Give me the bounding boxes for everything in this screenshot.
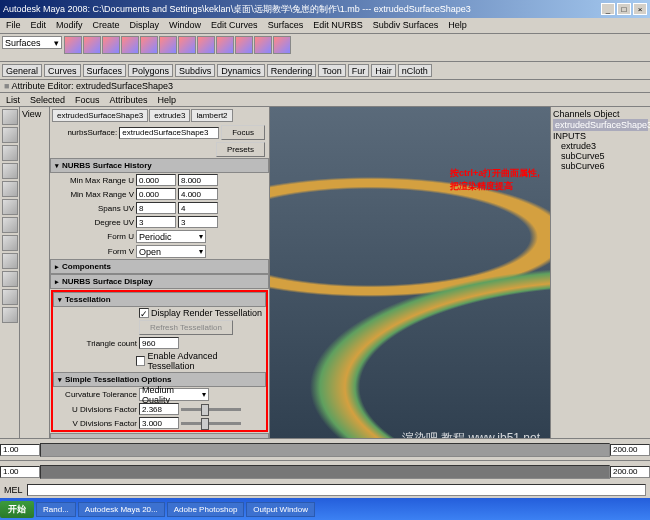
close-button[interactable]: × [633, 3, 647, 15]
status-icon[interactable] [159, 36, 177, 54]
range-end-field[interactable] [610, 466, 650, 478]
menu-edit[interactable]: Edit [31, 20, 47, 31]
menu-editcurves[interactable]: Edit Curves [211, 20, 258, 31]
vdiv-slider[interactable] [181, 422, 241, 425]
attr-menu-attributes[interactable]: Attributes [110, 95, 148, 104]
status-icon[interactable] [102, 36, 120, 54]
menu-create[interactable]: Create [93, 20, 120, 31]
taskbar-item[interactable]: Rand... [36, 502, 76, 517]
menu-editnurbs[interactable]: Edit NURBS [313, 20, 363, 31]
move-tool-icon[interactable] [2, 145, 18, 161]
status-icon[interactable] [140, 36, 158, 54]
enable-adv-checkbox[interactable] [136, 356, 146, 366]
attr-menu-list[interactable]: List [6, 95, 20, 104]
menu-file[interactable]: File [6, 20, 21, 31]
range-ruler[interactable] [40, 465, 610, 479]
spans-v-field[interactable] [178, 202, 218, 214]
manip-tool-icon[interactable] [2, 199, 18, 215]
channel-input-item[interactable]: subCurve6 [553, 161, 648, 171]
range-start-field[interactable] [0, 466, 40, 478]
nurbs-surface-field[interactable] [119, 127, 219, 139]
shelf-tab[interactable]: Surfaces [83, 64, 127, 77]
status-icon[interactable] [121, 36, 139, 54]
shelf-tab[interactable]: Toon [318, 64, 346, 77]
menu-surfaces[interactable]: Surfaces [268, 20, 304, 31]
menu-help[interactable]: Help [448, 20, 467, 31]
degree-v-field[interactable] [178, 216, 218, 228]
menu-display[interactable]: Display [130, 20, 160, 31]
tab-shape[interactable]: extrudedSurfaceShape3 [52, 109, 148, 122]
shelf-tab[interactable]: Rendering [267, 64, 317, 77]
max-v-field[interactable] [178, 188, 218, 200]
presets-button[interactable]: Presets [216, 142, 265, 157]
section-display[interactable]: NURBS Surface Display [50, 274, 269, 289]
status-icon[interactable] [273, 36, 291, 54]
rotate-tool-icon[interactable] [2, 163, 18, 179]
shelf-tab[interactable]: Fur [348, 64, 370, 77]
lasso-tool-icon[interactable] [2, 127, 18, 143]
tab-lambert[interactable]: lambert2 [191, 109, 232, 122]
curvtol-dropdown[interactable]: Medium Quality▾ [139, 388, 209, 401]
min-u-field[interactable] [136, 174, 176, 186]
status-icon[interactable] [178, 36, 196, 54]
display-tess-checkbox[interactable]: ✓ [139, 308, 149, 318]
formu-dropdown[interactable]: Periodic▾ [136, 230, 206, 243]
shelf-tab[interactable]: Hair [371, 64, 396, 77]
mel-input[interactable] [27, 484, 646, 496]
status-icon[interactable] [83, 36, 101, 54]
layout-icon[interactable] [2, 307, 18, 323]
channel-shape[interactable]: extrudedSurfaceShape3 [553, 119, 648, 131]
channel-input-item[interactable]: extrude3 [553, 141, 648, 151]
status-icon[interactable] [64, 36, 82, 54]
scale-tool-icon[interactable] [2, 181, 18, 197]
spans-u-field[interactable] [136, 202, 176, 214]
mode-selector[interactable]: Surfaces▾ [2, 36, 62, 49]
channel-input-item[interactable]: subCurve5 [553, 151, 648, 161]
section-history[interactable]: NURBS Surface History [50, 158, 269, 173]
menu-subdiv[interactable]: Subdiv Surfaces [373, 20, 439, 31]
attr-menu-help[interactable]: Help [158, 95, 177, 104]
menu-window[interactable]: Window [169, 20, 201, 31]
start-button[interactable]: 开始 [0, 501, 34, 518]
taskbar-item[interactable]: Autodesk Maya 20... [78, 502, 165, 517]
focus-button[interactable]: Focus [221, 125, 265, 140]
shelf-tab[interactable]: Polygons [128, 64, 173, 77]
layout-icon[interactable] [2, 289, 18, 305]
select-tool-icon[interactable] [2, 109, 18, 125]
shelf-tab[interactable]: Curves [44, 64, 81, 77]
tab-extrude[interactable]: extrude3 [149, 109, 190, 122]
layout-icon[interactable] [2, 217, 18, 233]
time-end-field[interactable] [610, 444, 650, 456]
status-icon[interactable] [216, 36, 234, 54]
status-icon[interactable] [235, 36, 253, 54]
section-tessellation[interactable]: Tessellation [53, 292, 266, 307]
minimize-button[interactable]: _ [601, 3, 615, 15]
time-ruler[interactable] [40, 443, 610, 457]
status-icon[interactable] [197, 36, 215, 54]
maximize-button[interactable]: □ [617, 3, 631, 15]
shelf-tab[interactable]: General [2, 64, 42, 77]
status-icon[interactable] [254, 36, 272, 54]
taskbar-item[interactable]: Adobe Photoshop [167, 502, 245, 517]
time-start-field[interactable] [0, 444, 40, 456]
layout-icon[interactable] [2, 253, 18, 269]
formv-dropdown[interactable]: Open▾ [136, 245, 206, 258]
attr-menu-selected[interactable]: Selected [30, 95, 65, 104]
attr-menu-focus[interactable]: Focus [75, 95, 100, 104]
refresh-tess-button[interactable]: Refresh Tessellation [139, 320, 233, 335]
shelf-tab[interactable]: Dynamics [217, 64, 265, 77]
udiv-slider[interactable] [181, 408, 241, 411]
shelf-tab[interactable]: nCloth [398, 64, 432, 77]
section-components[interactable]: Components [50, 259, 269, 274]
layout-icon[interactable] [2, 235, 18, 251]
layout-icon[interactable] [2, 271, 18, 287]
viewport[interactable]: 按ctrl+a打开曲面属性, 把渲染精度提高 渲染吧·教程 www.jb51.n… [270, 107, 550, 487]
shelf-tab[interactable]: Subdivs [175, 64, 215, 77]
min-v-field[interactable] [136, 188, 176, 200]
tricount-field[interactable] [139, 337, 179, 349]
menu-modify[interactable]: Modify [56, 20, 83, 31]
vdiv-field[interactable] [139, 417, 179, 429]
taskbar-item[interactable]: Output Window [246, 502, 315, 517]
degree-u-field[interactable] [136, 216, 176, 228]
max-u-field[interactable] [178, 174, 218, 186]
